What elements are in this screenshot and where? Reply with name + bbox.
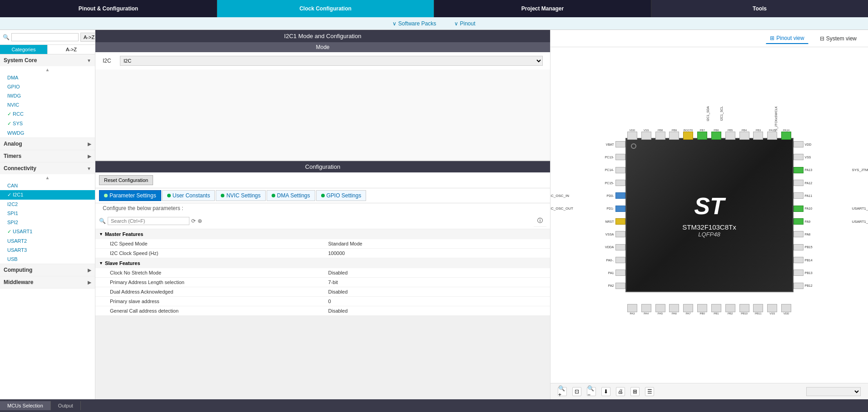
section-computing-header[interactable]: Computing ▶ xyxy=(0,264,95,276)
param-group-master-header[interactable]: Master Features xyxy=(95,229,550,239)
tab-gpio-settings[interactable]: GPIO Settings xyxy=(316,190,367,201)
section-middleware-header[interactable]: Middleware ▶ xyxy=(0,276,95,288)
tab-categories[interactable]: Categories xyxy=(0,45,48,54)
chevron-down-icon: ▼ xyxy=(87,58,91,63)
sidebar-item-usart1[interactable]: USART1 xyxy=(0,227,95,236)
tab-dma-settings[interactable]: DMA Settings xyxy=(267,190,315,201)
reset-config-button[interactable]: Reset Configuration xyxy=(99,175,153,185)
sidebar-item-spi1[interactable]: SPI1 xyxy=(0,209,95,218)
pinout-view-icon: ⊞ xyxy=(770,35,774,41)
pin-box-vss-bot xyxy=(767,304,777,312)
search-input[interactable] xyxy=(11,33,79,41)
section-timers: Timers ▶ xyxy=(0,150,95,162)
pin-box-pc14 xyxy=(615,167,625,173)
pin-left-pa2: PA2 xyxy=(582,280,625,292)
pin-top-pb8: PB8 xyxy=(653,129,667,140)
sidebar-item-spi2[interactable]: SPI2 xyxy=(0,218,95,227)
bottom-tab-mcu[interactable]: MCUs Selection xyxy=(0,401,51,410)
sidebar-item-nvic[interactable]: NVIC xyxy=(0,100,95,109)
pin-box-vss-right xyxy=(794,154,804,160)
sidebar-item-usart2[interactable]: USART2 xyxy=(0,236,95,245)
zoom-out-icon[interactable]: 🔍− xyxy=(587,387,596,396)
system-view-btn[interactable]: ⊟ System view xyxy=(816,33,861,44)
pin-box-vssa xyxy=(615,231,625,237)
pin-right-pa11: PA11 xyxy=(794,189,837,202)
sidebar-tabs: Categories A->Z xyxy=(0,45,95,54)
sidebar-item-i2c1[interactable]: I2C1 xyxy=(0,190,95,200)
i2c-select[interactable]: I2C xyxy=(120,56,543,66)
pin-bot-pb11: PB11 xyxy=(751,304,765,315)
pin-box-pd0 xyxy=(615,192,625,199)
pin-box-pa7 xyxy=(683,304,693,312)
sidebar-item-usb[interactable]: USB xyxy=(0,255,95,264)
label-usart1-tx: USART1_TX xyxy=(852,215,868,228)
sidebar-item-usart3[interactable]: USART3 xyxy=(0,245,95,255)
section-analog-header[interactable]: Analog ▶ xyxy=(0,138,95,150)
pin-box-pb13 xyxy=(794,270,804,276)
sidebar-item-iwdg[interactable]: IWDG xyxy=(0,91,95,100)
section-computing: Computing ▶ xyxy=(0,264,95,276)
sub-nav: Software Packs Pinout xyxy=(0,17,868,30)
pin-box-pb0 xyxy=(697,304,707,312)
sidebar-item-gpio[interactable]: GPIO xyxy=(0,82,95,91)
nav-clock[interactable]: Clock Configuration xyxy=(217,0,434,17)
pin-box-pa14 xyxy=(781,132,791,140)
config-section: Configuration Reset Configuration Parame… xyxy=(95,161,550,316)
config-search-input[interactable] xyxy=(108,217,189,225)
sort-dropdown[interactable]: A->Z xyxy=(80,33,95,42)
pin-box-pb5 xyxy=(725,132,735,140)
print-icon[interactable]: 🖨 xyxy=(616,387,625,396)
bottom-tab-output[interactable]: Output xyxy=(51,401,81,410)
nav-project[interactable]: Project Manager xyxy=(434,0,651,17)
nav-tools[interactable]: Tools xyxy=(651,0,868,17)
plus-icon[interactable]: ⊕ xyxy=(198,218,202,224)
section-timers-header[interactable]: Timers ▶ xyxy=(0,150,95,162)
pin-right-pb12: PB12 xyxy=(794,280,837,292)
pinout-view-btn[interactable]: ⊞ Pinout view xyxy=(766,33,808,44)
sidebar-item-wwdg[interactable]: WWDG xyxy=(0,128,95,137)
refresh-icon[interactable]: ⟳ xyxy=(191,218,196,224)
pin-top-pa15: PA15 xyxy=(765,129,779,140)
tab-parameter-settings[interactable]: Parameter Settings xyxy=(99,190,161,201)
sidebar-item-i2c2[interactable]: I2C2 xyxy=(0,200,95,209)
right-labels: SYS_JTMS-SWDIO USART1_RX USART1_TX xyxy=(852,138,868,292)
pin-top-pb7: PB7 xyxy=(695,129,709,140)
pin-box-pb10 xyxy=(739,304,749,312)
sidebar-item-can[interactable]: CAN xyxy=(0,181,95,190)
pin-right-vss: VSS xyxy=(794,151,837,163)
top-pins-row: VDD VSS PB8 PB9 xyxy=(625,129,794,140)
zoom-in-icon[interactable]: 🔍+ xyxy=(558,387,567,396)
zoom-select[interactable] xyxy=(806,387,861,396)
list-icon[interactable]: ☰ xyxy=(645,387,654,396)
scroll-up-indicator-conn: ▲ xyxy=(0,174,95,181)
main-layout: 🔍 A->Z ⚙ Categories A->Z System Core ▼ ▲… xyxy=(0,30,868,399)
pin-bot-pb1: PB1 xyxy=(709,304,723,315)
param-group-slave: Slave Features Clock No Stretch Mode Dis… xyxy=(95,258,550,316)
label-sys-jtms: SYS_JTMS-SWDIO xyxy=(852,164,868,177)
pin-box-pb14 xyxy=(794,257,804,263)
pin-bot-vdd: VDD xyxy=(779,304,794,315)
pin-box-pb1 xyxy=(711,304,721,312)
pin-left-pc14: PC14- xyxy=(582,164,625,177)
section-connectivity-header[interactable]: Connectivity ▼ xyxy=(0,162,95,174)
tab-user-constants[interactable]: User Constants xyxy=(162,190,215,201)
sidebar-item-dma[interactable]: DMA xyxy=(0,73,95,82)
pin-bot-pa3: PA3 xyxy=(625,304,640,315)
section-analog: Analog ▶ xyxy=(0,138,95,150)
sidebar-item-sys[interactable]: SYS xyxy=(0,119,95,128)
panel-title: I2C1 Mode and Configuration xyxy=(95,30,550,42)
sidebar-item-rcc[interactable]: RCC xyxy=(0,109,95,119)
sub-nav-software-packs[interactable]: Software Packs xyxy=(392,20,436,27)
pin-box-pb8 xyxy=(655,132,665,140)
param-group-slave-header[interactable]: Slave Features xyxy=(95,258,550,268)
tab-az[interactable]: A->Z xyxy=(48,45,95,54)
download-icon[interactable]: ⬇ xyxy=(601,387,610,396)
label-i2c1-sda: I2C1_SDA xyxy=(706,106,709,121)
nav-pinout[interactable]: Pinout & Configuration xyxy=(0,0,217,17)
tab-nvic-settings[interactable]: NVIC Settings xyxy=(216,190,265,201)
fit-screen-icon[interactable]: ⊡ xyxy=(572,387,581,396)
pin-box-pb2 xyxy=(725,304,735,312)
section-system-core-header[interactable]: System Core ▼ xyxy=(0,54,95,66)
grid-icon[interactable]: ⊞ xyxy=(630,387,640,396)
sub-nav-pinout[interactable]: Pinout xyxy=(454,20,475,27)
